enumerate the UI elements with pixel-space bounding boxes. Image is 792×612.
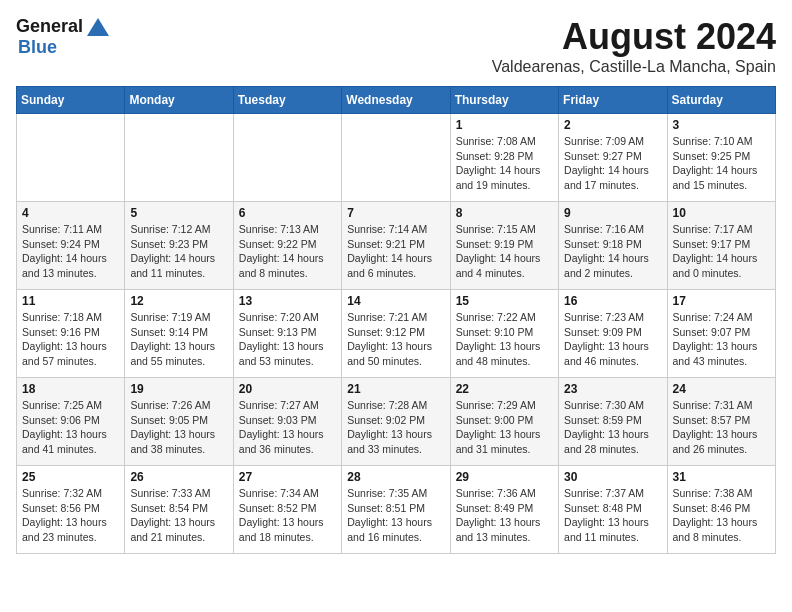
day-info: Sunrise: 7:26 AMSunset: 9:05 PMDaylight:… (130, 398, 227, 457)
calendar-week-row: 11Sunrise: 7:18 AMSunset: 9:16 PMDayligh… (17, 290, 776, 378)
calendar-cell: 20Sunrise: 7:27 AMSunset: 9:03 PMDayligh… (233, 378, 341, 466)
day-number: 6 (239, 206, 336, 220)
calendar-week-row: 25Sunrise: 7:32 AMSunset: 8:56 PMDayligh… (17, 466, 776, 554)
day-number: 30 (564, 470, 661, 484)
calendar-cell: 13Sunrise: 7:20 AMSunset: 9:13 PMDayligh… (233, 290, 341, 378)
day-info: Sunrise: 7:17 AMSunset: 9:17 PMDaylight:… (673, 222, 770, 281)
day-info: Sunrise: 7:19 AMSunset: 9:14 PMDaylight:… (130, 310, 227, 369)
calendar-cell: 7Sunrise: 7:14 AMSunset: 9:21 PMDaylight… (342, 202, 450, 290)
day-number: 3 (673, 118, 770, 132)
logo-general: General (16, 16, 83, 37)
calendar-week-row: 18Sunrise: 7:25 AMSunset: 9:06 PMDayligh… (17, 378, 776, 466)
calendar-cell: 10Sunrise: 7:17 AMSunset: 9:17 PMDayligh… (667, 202, 775, 290)
day-info: Sunrise: 7:14 AMSunset: 9:21 PMDaylight:… (347, 222, 444, 281)
day-info: Sunrise: 7:13 AMSunset: 9:22 PMDaylight:… (239, 222, 336, 281)
day-number: 29 (456, 470, 553, 484)
calendar-cell: 12Sunrise: 7:19 AMSunset: 9:14 PMDayligh… (125, 290, 233, 378)
calendar-cell (125, 114, 233, 202)
day-info: Sunrise: 7:31 AMSunset: 8:57 PMDaylight:… (673, 398, 770, 457)
calendar-cell: 11Sunrise: 7:18 AMSunset: 9:16 PMDayligh… (17, 290, 125, 378)
day-info: Sunrise: 7:24 AMSunset: 9:07 PMDaylight:… (673, 310, 770, 369)
logo-blue: Blue (18, 37, 57, 58)
calendar-cell (17, 114, 125, 202)
calendar-cell: 19Sunrise: 7:26 AMSunset: 9:05 PMDayligh… (125, 378, 233, 466)
day-info: Sunrise: 7:25 AMSunset: 9:06 PMDaylight:… (22, 398, 119, 457)
calendar-cell: 6Sunrise: 7:13 AMSunset: 9:22 PMDaylight… (233, 202, 341, 290)
calendar-cell: 3Sunrise: 7:10 AMSunset: 9:25 PMDaylight… (667, 114, 775, 202)
calendar-cell: 14Sunrise: 7:21 AMSunset: 9:12 PMDayligh… (342, 290, 450, 378)
day-info: Sunrise: 7:11 AMSunset: 9:24 PMDaylight:… (22, 222, 119, 281)
day-info: Sunrise: 7:16 AMSunset: 9:18 PMDaylight:… (564, 222, 661, 281)
weekday-header: Monday (125, 87, 233, 114)
title-area: August 2024 Valdearenas, Castille-La Man… (492, 16, 776, 76)
weekday-header: Friday (559, 87, 667, 114)
day-number: 7 (347, 206, 444, 220)
day-info: Sunrise: 7:37 AMSunset: 8:48 PMDaylight:… (564, 486, 661, 545)
day-info: Sunrise: 7:22 AMSunset: 9:10 PMDaylight:… (456, 310, 553, 369)
day-info: Sunrise: 7:29 AMSunset: 9:00 PMDaylight:… (456, 398, 553, 457)
day-info: Sunrise: 7:32 AMSunset: 8:56 PMDaylight:… (22, 486, 119, 545)
day-number: 21 (347, 382, 444, 396)
day-number: 15 (456, 294, 553, 308)
calendar-cell (233, 114, 341, 202)
day-number: 14 (347, 294, 444, 308)
weekday-header: Wednesday (342, 87, 450, 114)
day-number: 28 (347, 470, 444, 484)
day-info: Sunrise: 7:20 AMSunset: 9:13 PMDaylight:… (239, 310, 336, 369)
day-number: 1 (456, 118, 553, 132)
calendar-header: SundayMondayTuesdayWednesdayThursdayFrid… (17, 87, 776, 114)
day-number: 24 (673, 382, 770, 396)
header-row: SundayMondayTuesdayWednesdayThursdayFrid… (17, 87, 776, 114)
day-number: 2 (564, 118, 661, 132)
calendar-cell: 28Sunrise: 7:35 AMSunset: 8:51 PMDayligh… (342, 466, 450, 554)
calendar-cell: 31Sunrise: 7:38 AMSunset: 8:46 PMDayligh… (667, 466, 775, 554)
day-number: 25 (22, 470, 119, 484)
day-info: Sunrise: 7:21 AMSunset: 9:12 PMDaylight:… (347, 310, 444, 369)
day-info: Sunrise: 7:30 AMSunset: 8:59 PMDaylight:… (564, 398, 661, 457)
day-info: Sunrise: 7:08 AMSunset: 9:28 PMDaylight:… (456, 134, 553, 193)
calendar-cell: 21Sunrise: 7:28 AMSunset: 9:02 PMDayligh… (342, 378, 450, 466)
calendar-cell: 26Sunrise: 7:33 AMSunset: 8:54 PMDayligh… (125, 466, 233, 554)
calendar-body: 1Sunrise: 7:08 AMSunset: 9:28 PMDaylight… (17, 114, 776, 554)
weekday-header: Tuesday (233, 87, 341, 114)
calendar-cell: 16Sunrise: 7:23 AMSunset: 9:09 PMDayligh… (559, 290, 667, 378)
logo: General Blue (16, 16, 109, 58)
day-info: Sunrise: 7:09 AMSunset: 9:27 PMDaylight:… (564, 134, 661, 193)
calendar-cell: 15Sunrise: 7:22 AMSunset: 9:10 PMDayligh… (450, 290, 558, 378)
day-number: 26 (130, 470, 227, 484)
day-number: 12 (130, 294, 227, 308)
day-number: 17 (673, 294, 770, 308)
day-info: Sunrise: 7:35 AMSunset: 8:51 PMDaylight:… (347, 486, 444, 545)
day-number: 9 (564, 206, 661, 220)
calendar-cell: 27Sunrise: 7:34 AMSunset: 8:52 PMDayligh… (233, 466, 341, 554)
day-info: Sunrise: 7:15 AMSunset: 9:19 PMDaylight:… (456, 222, 553, 281)
day-info: Sunrise: 7:34 AMSunset: 8:52 PMDaylight:… (239, 486, 336, 545)
weekday-header: Thursday (450, 87, 558, 114)
page-header: General Blue August 2024 Valdearenas, Ca… (16, 16, 776, 76)
day-number: 10 (673, 206, 770, 220)
calendar-cell: 17Sunrise: 7:24 AMSunset: 9:07 PMDayligh… (667, 290, 775, 378)
day-info: Sunrise: 7:10 AMSunset: 9:25 PMDaylight:… (673, 134, 770, 193)
day-number: 31 (673, 470, 770, 484)
calendar-week-row: 4Sunrise: 7:11 AMSunset: 9:24 PMDaylight… (17, 202, 776, 290)
day-info: Sunrise: 7:38 AMSunset: 8:46 PMDaylight:… (673, 486, 770, 545)
calendar-cell: 2Sunrise: 7:09 AMSunset: 9:27 PMDaylight… (559, 114, 667, 202)
day-number: 18 (22, 382, 119, 396)
day-info: Sunrise: 7:27 AMSunset: 9:03 PMDaylight:… (239, 398, 336, 457)
day-info: Sunrise: 7:33 AMSunset: 8:54 PMDaylight:… (130, 486, 227, 545)
day-number: 20 (239, 382, 336, 396)
calendar-cell: 8Sunrise: 7:15 AMSunset: 9:19 PMDaylight… (450, 202, 558, 290)
day-number: 13 (239, 294, 336, 308)
calendar-cell: 29Sunrise: 7:36 AMSunset: 8:49 PMDayligh… (450, 466, 558, 554)
day-number: 16 (564, 294, 661, 308)
day-number: 4 (22, 206, 119, 220)
calendar-cell: 24Sunrise: 7:31 AMSunset: 8:57 PMDayligh… (667, 378, 775, 466)
day-info: Sunrise: 7:18 AMSunset: 9:16 PMDaylight:… (22, 310, 119, 369)
calendar-subtitle: Valdearenas, Castille-La Mancha, Spain (492, 58, 776, 76)
calendar-cell: 22Sunrise: 7:29 AMSunset: 9:00 PMDayligh… (450, 378, 558, 466)
calendar-cell: 30Sunrise: 7:37 AMSunset: 8:48 PMDayligh… (559, 466, 667, 554)
calendar-cell: 25Sunrise: 7:32 AMSunset: 8:56 PMDayligh… (17, 466, 125, 554)
day-info: Sunrise: 7:28 AMSunset: 9:02 PMDaylight:… (347, 398, 444, 457)
calendar-cell (342, 114, 450, 202)
calendar-cell: 4Sunrise: 7:11 AMSunset: 9:24 PMDaylight… (17, 202, 125, 290)
